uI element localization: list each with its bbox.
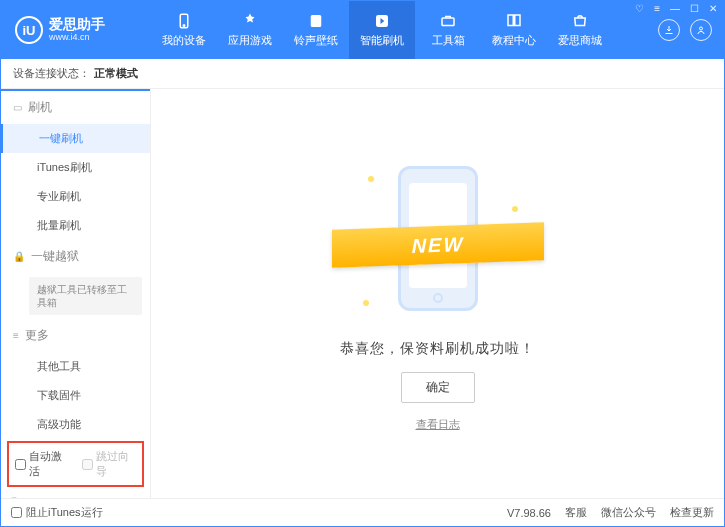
top-nav: 我的设备 应用游戏 铃声壁纸 智能刷机 工具箱 教程中心 爱思商城 (151, 1, 646, 59)
svg-rect-2 (311, 15, 322, 27)
sidebar-item-pro[interactable]: 专业刷机 (1, 182, 150, 211)
confirm-button[interactable]: 确定 (401, 372, 475, 403)
svg-rect-4 (442, 18, 454, 26)
device-icon (175, 12, 193, 30)
status-bar: 设备连接状态： 正常模式 (1, 59, 724, 89)
more-icon: ≡ (13, 330, 19, 341)
view-log-link[interactable]: 查看日志 (416, 417, 460, 432)
new-ribbon: NEW (332, 222, 544, 267)
phone-icon: ▮ (11, 495, 17, 498)
flash-group-icon: ▭ (13, 102, 22, 113)
nav-ringtones[interactable]: 铃声壁纸 (283, 1, 349, 59)
sidebar-item-download-fw[interactable]: 下载固件 (1, 381, 150, 410)
book-icon (505, 12, 523, 30)
device-info: ▮ iPhone 15 Pro Max 512GB iPhone (1, 489, 150, 498)
svg-point-5 (700, 27, 703, 30)
version-label: V7.98.66 (507, 507, 551, 519)
basket-icon[interactable]: ♡ (633, 3, 646, 14)
jailbreak-note: 越狱工具已转移至工具箱 (29, 277, 142, 315)
success-message: 恭喜您，保资料刷机成功啦！ (340, 340, 535, 358)
sidebar-group-jailbreak: 🔒 一键越狱 (1, 240, 150, 273)
close-icon[interactable]: ✕ (707, 3, 719, 14)
nav-flash[interactable]: 智能刷机 (349, 1, 415, 59)
logo-icon: iU (15, 16, 43, 44)
brand-name: 爱思助手 (49, 17, 105, 32)
main-content: NEW 恭喜您，保资料刷机成功啦！ 确定 查看日志 (151, 89, 724, 498)
download-icon[interactable] (658, 19, 680, 41)
app-header: iU 爱思助手 www.i4.cn 我的设备 应用游戏 铃声壁纸 智能刷机 工具… (1, 1, 724, 59)
logo-area: iU 爱思助手 www.i4.cn (1, 16, 151, 44)
nav-tutorials[interactable]: 教程中心 (481, 1, 547, 59)
sidebar: ▭ 刷机 一键刷机 iTunes刷机 专业刷机 批量刷机 🔒 一键越狱 越狱工具… (1, 89, 151, 498)
store-icon (571, 12, 589, 30)
user-icon[interactable] (690, 19, 712, 41)
sidebar-item-batch[interactable]: 批量刷机 (1, 211, 150, 240)
footer-link-update[interactable]: 检查更新 (670, 505, 714, 520)
sidebar-item-othertools[interactable]: 其他工具 (1, 352, 150, 381)
sidebar-item-itunes[interactable]: iTunes刷机 (1, 153, 150, 182)
status-value: 正常模式 (94, 66, 138, 81)
footer-link-support[interactable]: 客服 (565, 505, 587, 520)
menu-icon[interactable]: ≡ (652, 3, 662, 14)
nav-toolbox[interactable]: 工具箱 (415, 1, 481, 59)
maximize-icon[interactable]: ☐ (688, 3, 701, 14)
device-name[interactable]: ▮ iPhone 15 Pro Max (11, 495, 140, 498)
success-illustration: NEW (338, 156, 538, 326)
lock-icon: 🔒 (13, 251, 25, 262)
footer: 阻止iTunes运行 V7.98.66 客服 微信公众号 检查更新 (1, 498, 724, 526)
flash-icon (373, 12, 391, 30)
svg-point-1 (183, 25, 185, 27)
skip-guide-checkbox[interactable]: 跳过向导 (82, 449, 137, 479)
block-itunes-checkbox[interactable]: 阻止iTunes运行 (11, 505, 103, 520)
apps-icon (241, 12, 259, 30)
sidebar-item-oneclick[interactable]: 一键刷机 (1, 124, 150, 153)
status-label: 设备连接状态： (13, 66, 90, 81)
auto-activate-checkbox[interactable]: 自动激活 (15, 449, 70, 479)
music-icon (307, 12, 325, 30)
sidebar-group-flash[interactable]: ▭ 刷机 (1, 89, 150, 124)
footer-link-wechat[interactable]: 微信公众号 (601, 505, 656, 520)
nav-my-device[interactable]: 我的设备 (151, 1, 217, 59)
options-highlight-box: 自动激活 跳过向导 (7, 441, 144, 487)
sidebar-item-advanced[interactable]: 高级功能 (1, 410, 150, 439)
minimize-icon[interactable]: — (668, 3, 682, 14)
brand-url: www.i4.cn (49, 33, 105, 43)
toolbox-icon (439, 12, 457, 30)
nav-apps[interactable]: 应用游戏 (217, 1, 283, 59)
nav-store[interactable]: 爱思商城 (547, 1, 613, 59)
sidebar-group-more[interactable]: ≡ 更多 (1, 319, 150, 352)
